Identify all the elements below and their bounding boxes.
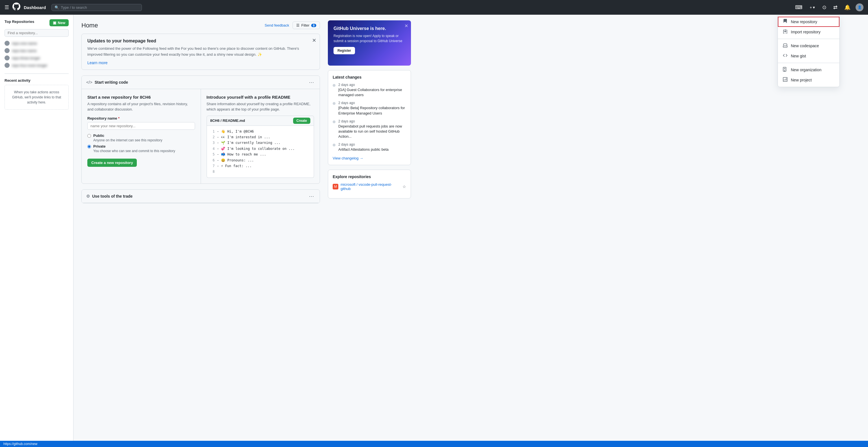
import-icon <box>782 29 788 35</box>
organization-icon <box>782 67 788 73</box>
new-repository-label: New repository <box>791 20 817 24</box>
new-codespace-label: New codespace <box>791 43 819 48</box>
new-gist-item[interactable]: New gist <box>778 51 839 61</box>
new-project-label: New project <box>791 78 812 82</box>
new-organization-item[interactable]: New organization <box>778 65 839 75</box>
create-dropdown-menu: New repository Import repository New cod… <box>778 15 840 87</box>
new-gist-label: New gist <box>791 54 806 58</box>
codespace-icon <box>782 43 788 49</box>
import-repository-label: Import repository <box>791 30 820 34</box>
dropdown-divider-1 <box>778 39 839 39</box>
new-project-item[interactable]: New project <box>778 75 839 85</box>
new-organization-label: New organization <box>791 67 822 72</box>
dropdown-divider-2 <box>778 63 839 63</box>
dropdown-overlay[interactable] <box>0 0 868 447</box>
repo-icon <box>782 19 788 25</box>
project-icon <box>782 77 788 83</box>
new-codespace-item[interactable]: New codespace <box>778 41 839 51</box>
gist-icon <box>782 53 788 59</box>
new-repository-item[interactable]: New repository <box>778 17 839 27</box>
import-repository-item[interactable]: Import repository <box>778 27 839 37</box>
